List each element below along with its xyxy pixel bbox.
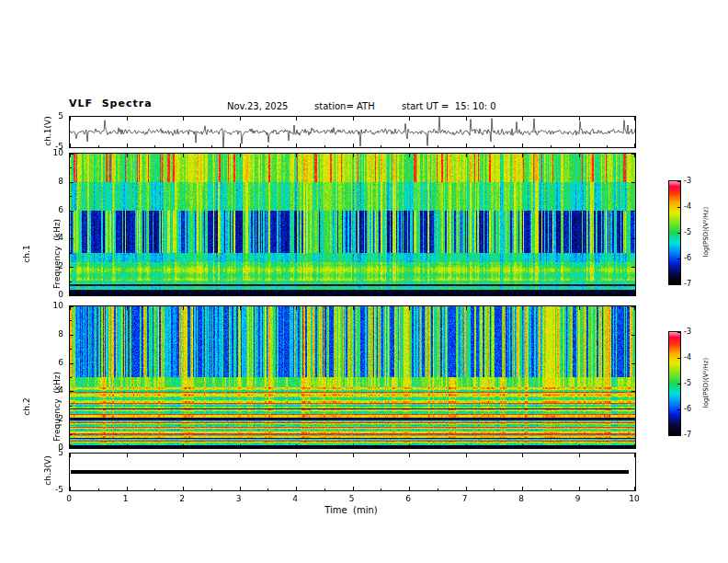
colorbar-ch1 bbox=[668, 180, 681, 285]
x-tick-label: 7 bbox=[456, 493, 474, 504]
y-tick-label: 6 bbox=[38, 204, 63, 215]
x-tick-label: 2 bbox=[173, 493, 191, 504]
colorbar-tick-label: -7 bbox=[684, 279, 702, 290]
x-tick-label: 6 bbox=[399, 493, 417, 504]
colorbar-tick-label: -6 bbox=[684, 404, 702, 415]
x-tick-label: 3 bbox=[230, 493, 248, 504]
y-tick-label: -5 bbox=[38, 484, 63, 495]
y-tick-label: 4 bbox=[38, 232, 63, 243]
x-tick-label: 5 bbox=[343, 493, 361, 504]
y-tick-label: 2 bbox=[38, 260, 63, 271]
y-tick-label: 8 bbox=[38, 176, 63, 187]
colorbar-tick-label: -7 bbox=[684, 430, 702, 441]
colorbar-ch2 bbox=[668, 331, 681, 436]
ch1-frequency-axis-label-line1: ch.1 bbox=[22, 180, 32, 327]
colorbar-tick-label: -3 bbox=[684, 176, 702, 187]
x-tick-label: 9 bbox=[569, 493, 587, 504]
colorbar-tick-label: -6 bbox=[684, 253, 702, 264]
ch2-frequency-axis-label-line2: Frequency (kHz) bbox=[52, 333, 63, 480]
y-tick-label: 4 bbox=[38, 385, 63, 396]
y-tick-label: 2 bbox=[38, 413, 63, 424]
ch1-spectrogram bbox=[69, 153, 636, 296]
colorbar-tick-label: -5 bbox=[684, 227, 702, 238]
ch3-waveform-plot bbox=[69, 453, 636, 491]
ch2-frequency-axis-label-line1: ch.2 bbox=[22, 333, 32, 480]
y-tick-label: 8 bbox=[38, 328, 63, 339]
y-tick-label: 5 bbox=[38, 447, 63, 458]
x-tick-label: 4 bbox=[286, 493, 304, 504]
colorbar1-label: log(PSD)(V²/Hz) bbox=[701, 158, 711, 305]
colorbar2-label: log(PSD)(V²/Hz) bbox=[701, 309, 711, 456]
station-label: station= ATH bbox=[314, 101, 375, 112]
y-tick-label: 10 bbox=[38, 147, 63, 158]
ch1-waveform-plot bbox=[69, 116, 636, 148]
y-tick-label: 6 bbox=[38, 357, 63, 368]
x-tick-label: 10 bbox=[625, 493, 643, 504]
x-tick-label: 8 bbox=[512, 493, 530, 504]
ch2-spectrogram bbox=[69, 305, 636, 449]
colorbar-tick-label: -3 bbox=[684, 327, 702, 338]
x-tick-label: 1 bbox=[117, 493, 135, 504]
y-tick-label: 5 bbox=[38, 110, 63, 121]
y-tick-label: 0 bbox=[38, 289, 63, 300]
start-ut-label: start UT = 15: 10: 0 bbox=[402, 101, 496, 112]
colorbar-tick-label: -5 bbox=[684, 378, 702, 389]
plot-title: VLF Spectra bbox=[69, 98, 153, 109]
date-label: Nov.23, 2025 bbox=[227, 101, 288, 112]
colorbar-tick-label: -4 bbox=[684, 201, 702, 213]
x-axis-title: Time (min) bbox=[296, 505, 406, 516]
vlf-spectra-plot-page: VLF Spectra Nov.23, 2025 station= ATH st… bbox=[0, 0, 728, 563]
y-tick-label: 10 bbox=[38, 300, 63, 311]
colorbar-tick-label: -4 bbox=[684, 352, 702, 363]
